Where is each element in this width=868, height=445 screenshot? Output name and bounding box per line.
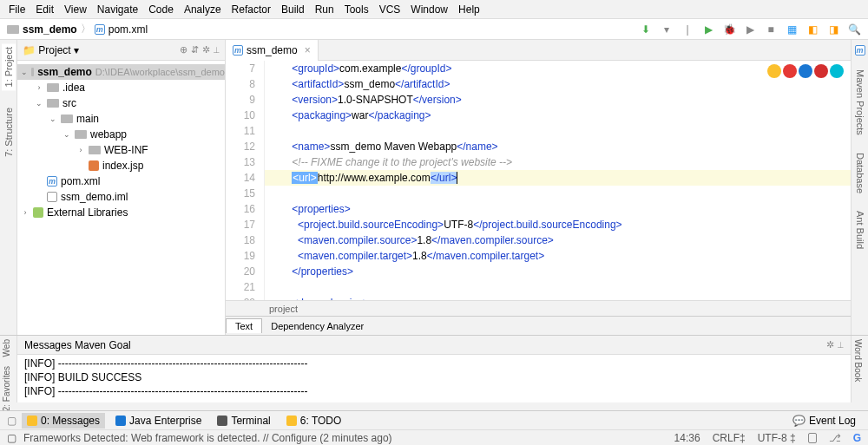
- tab-structure[interactable]: 7: Structure: [2, 104, 16, 160]
- chrome-icon[interactable]: [767, 64, 781, 78]
- maven-icon[interactable]: m: [855, 45, 865, 56]
- btn-event-log[interactable]: 💬Event Log: [787, 413, 861, 429]
- nav-icon-2[interactable]: ◨: [826, 23, 840, 36]
- code-line[interactable]: [265, 123, 868, 139]
- menu-view[interactable]: View: [59, 2, 92, 17]
- code-line[interactable]: <version>1.0-SNAPSHOT</version>: [265, 92, 868, 108]
- search-icon[interactable]: 🔍: [847, 23, 861, 36]
- expand-icon[interactable]: ⌄: [35, 99, 43, 108]
- tab-maven-projects[interactable]: Maven Projects: [853, 66, 867, 139]
- coverage-icon[interactable]: ▶: [743, 23, 757, 36]
- collapse-icon[interactable]: ⇵: [191, 44, 199, 56]
- code-line[interactable]: [265, 279, 868, 295]
- project-title[interactable]: 📁 Project ▾: [23, 44, 79, 56]
- status-icon[interactable]: ▢: [7, 432, 16, 444]
- editor-tab-ssm-demo[interactable]: m ssm_demo ×: [226, 40, 319, 61]
- btn-todo[interactable]: 6: TODO: [281, 413, 347, 429]
- gear-icon[interactable]: ✲: [202, 44, 210, 56]
- close-icon[interactable]: ×: [305, 44, 311, 56]
- code-line[interactable]: <packaging>war</packaging>: [265, 108, 868, 123]
- code-line[interactable]: </properties>: [265, 264, 868, 279]
- opera-icon[interactable]: [814, 64, 828, 78]
- code-line[interactable]: <artifactId>ssm_demo</artifactId>: [265, 76, 868, 92]
- expand-icon[interactable]: ›: [76, 146, 85, 154]
- tree-item[interactable]: ›.idea: [17, 80, 225, 95]
- menu-build[interactable]: Build: [276, 2, 310, 17]
- code-line[interactable]: <!-- FIXME change it to the project's we…: [265, 154, 868, 170]
- project-structure-icon[interactable]: ▦: [785, 23, 799, 36]
- tab-project[interactable]: 1: Project: [2, 43, 16, 90]
- crumb-ssm-demo[interactable]: ssm_demo: [7, 23, 77, 36]
- tab-dependency-analyzer[interactable]: Dependency Analyzer: [262, 319, 372, 333]
- tab-ant-build[interactable]: Ant Build: [853, 207, 867, 252]
- code-line[interactable]: [265, 186, 868, 201]
- btn-terminal[interactable]: Terminal: [212, 413, 275, 429]
- project-tree[interactable]: ⌄ ssm_demo D:\IDEA\workplace\ssm_demo ›.…: [17, 61, 225, 335]
- tree-item[interactable]: index.jsp: [17, 158, 225, 173]
- code-line[interactable]: <properties>: [265, 201, 868, 217]
- folder-icon: [89, 146, 101, 154]
- ie-icon[interactable]: [830, 64, 844, 78]
- menu-refactor[interactable]: Refactor: [227, 2, 276, 17]
- btn-messages[interactable]: 0: Messages: [22, 413, 105, 429]
- tab-database[interactable]: Database: [853, 149, 867, 197]
- code-line[interactable]: <maven.compiler.source>1.8</maven.compil…: [265, 232, 868, 248]
- expand-icon[interactable]: ⌄: [49, 115, 57, 123]
- code-line[interactable]: <maven.compiler.target>1.8</maven.compil…: [265, 248, 868, 264]
- tree-item[interactable]: ⌄main: [17, 111, 225, 127]
- menu-navigate[interactable]: Navigate: [92, 2, 143, 17]
- hide-icon[interactable]: ⟂: [838, 339, 844, 350]
- menu-tools[interactable]: Tools: [339, 2, 374, 17]
- safari-icon[interactable]: [799, 64, 812, 78]
- menu-window[interactable]: Window: [405, 2, 453, 17]
- googler-icon[interactable]: G: [853, 432, 861, 444]
- expand-icon[interactable]: ⌄: [21, 68, 28, 76]
- tab-favorites[interactable]: 2: Favorites: [0, 363, 13, 415]
- code-editor[interactable]: 7891011121314151617181920212223 <groupId…: [226, 61, 868, 300]
- git-icon[interactable]: ⎇: [829, 432, 841, 444]
- btn-java-enterprise[interactable]: Java Enterprise: [110, 413, 207, 429]
- tree-item[interactable]: ⌄src: [17, 95, 225, 111]
- menu-run[interactable]: Run: [310, 2, 339, 17]
- messages-output[interactable]: [INFO] ---------------------------------…: [17, 355, 851, 402]
- menu-file[interactable]: File: [3, 2, 30, 17]
- autoscroll-icon[interactable]: ⊕: [180, 44, 187, 56]
- todo-icon: [286, 416, 297, 426]
- menu-help[interactable]: Help: [453, 2, 485, 17]
- gear-icon[interactable]: ✲: [826, 339, 834, 350]
- menu-analyze[interactable]: Analyze: [179, 2, 227, 17]
- expand-icon[interactable]: ›: [35, 83, 43, 92]
- debug-icon[interactable]: 🐞: [722, 23, 736, 36]
- lock-icon[interactable]: [808, 433, 817, 443]
- tool-window-quick-icon[interactable]: ▢: [7, 415, 16, 427]
- status-line-ending[interactable]: CRLF‡: [713, 432, 746, 444]
- folder-icon: [7, 25, 19, 34]
- code-line[interactable]: <url>http://www.example.com</url>: [265, 170, 868, 186]
- nav-icon[interactable]: ◧: [806, 23, 819, 36]
- code-line[interactable]: <name>ssm_demo Maven Webapp</name>: [265, 139, 868, 154]
- tab-text[interactable]: Text: [226, 318, 262, 333]
- menu-edit[interactable]: Edit: [30, 2, 59, 17]
- run-config-dropdown[interactable]: ▾: [660, 23, 674, 36]
- tab-word-book[interactable]: Word Book: [852, 336, 865, 385]
- tree-item[interactable]: mpom.xml: [17, 173, 225, 189]
- tree-external-libs[interactable]: › External Libraries: [17, 205, 225, 220]
- run-icon[interactable]: ▶: [701, 23, 715, 36]
- tree-root[interactable]: ⌄ ssm_demo D:\IDEA\workplace\ssm_demo: [17, 64, 225, 80]
- tree-item[interactable]: ›WEB-INF: [17, 142, 225, 158]
- stop-icon[interactable]: ■: [764, 23, 778, 36]
- expand-icon[interactable]: ⌄: [62, 130, 71, 139]
- menu-code[interactable]: Code: [143, 2, 179, 17]
- tab-web[interactable]: Web: [0, 336, 13, 360]
- menu-vcs[interactable]: VCS: [374, 2, 406, 17]
- status-encoding[interactable]: UTF-8 ‡: [758, 432, 796, 444]
- make-icon[interactable]: ⬇: [639, 23, 653, 36]
- expand-icon[interactable]: ›: [21, 208, 30, 217]
- hide-icon[interactable]: ⟂: [214, 44, 220, 56]
- crumb-pom[interactable]: mpom.xml: [95, 23, 148, 36]
- code-line[interactable]: <project.build.sourceEncoding>UTF-8</pro…: [265, 217, 868, 232]
- tree-item[interactable]: ssm_demo.iml: [17, 189, 225, 205]
- firefox-icon[interactable]: [783, 64, 797, 78]
- editor-breadcrumb[interactable]: project: [226, 300, 868, 316]
- tree-item[interactable]: ⌄webapp: [17, 127, 225, 142]
